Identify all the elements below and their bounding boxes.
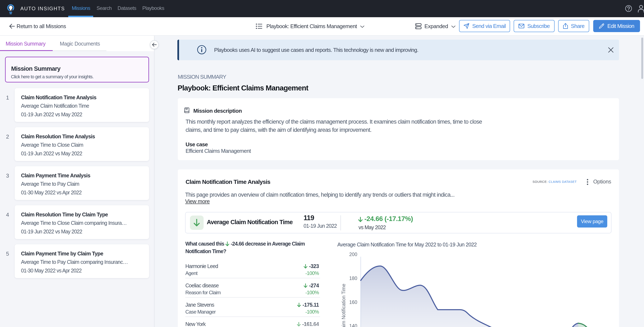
svg-text:Claim Notification Time: Claim Notification Time bbox=[341, 284, 346, 327]
svg-text:200: 200 bbox=[349, 252, 357, 257]
svg-text:140: 140 bbox=[349, 323, 357, 327]
svg-text:160: 160 bbox=[349, 300, 357, 305]
svg-text:180: 180 bbox=[349, 276, 357, 281]
